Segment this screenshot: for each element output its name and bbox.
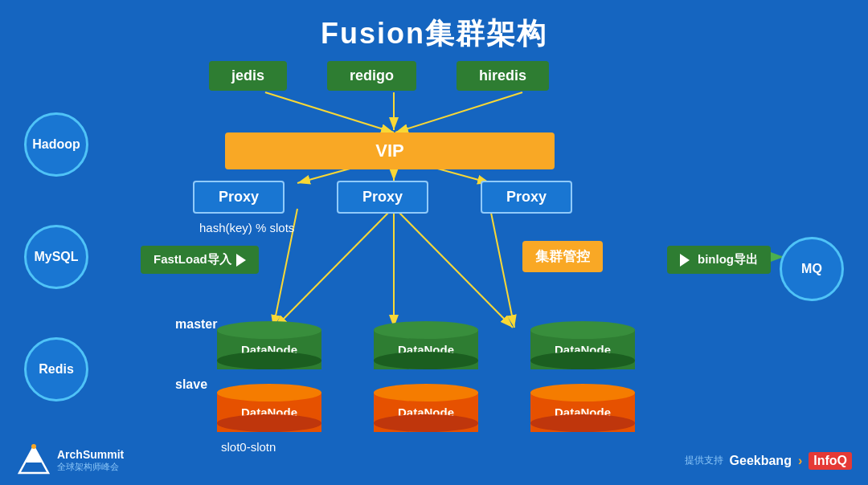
arch-summit-icon bbox=[16, 442, 52, 479]
proxy-box-1: Proxy bbox=[193, 181, 285, 214]
datanode-slave-group: DataNode DataNode DataNode bbox=[217, 384, 635, 432]
svg-point-18 bbox=[31, 444, 36, 449]
svg-line-12 bbox=[395, 209, 513, 328]
svg-line-3 bbox=[265, 92, 394, 132]
binlog-label: binlog导出 bbox=[698, 252, 758, 267]
jedis-box: jedis bbox=[209, 61, 287, 91]
arch-summit-text: ArchSummit 全球架构师峰会 bbox=[57, 448, 124, 473]
mq-node: MQ bbox=[780, 237, 844, 301]
hadoop-node: Hadoop bbox=[24, 112, 88, 177]
datanode-master-3: DataNode bbox=[530, 321, 635, 369]
fastload-label: FastLoad导入 bbox=[154, 252, 231, 267]
hiredis-box: hiredis bbox=[457, 61, 549, 91]
redis-node: Redis bbox=[24, 337, 88, 401]
vip-bar: VIP bbox=[193, 132, 587, 169]
datanode-master-1: DataNode bbox=[217, 321, 321, 369]
cluster-ctrl: 集群管控 bbox=[522, 241, 603, 272]
left-node-group: Hadoop MySQL Redis bbox=[24, 112, 88, 401]
mysql-node: MySQL bbox=[24, 225, 88, 289]
page-title: Fusion集群架构 bbox=[0, 0, 868, 54]
proxy-group: Proxy Proxy Proxy bbox=[193, 181, 572, 214]
arch-summit-logo: ArchSummit 全球架构师峰会 bbox=[16, 442, 124, 479]
geekbang-logo: Geekbang bbox=[730, 454, 792, 468]
datanode-slave-1: DataNode bbox=[217, 384, 321, 432]
mq-label: MQ bbox=[780, 237, 844, 301]
master-label: master bbox=[175, 317, 217, 332]
bottom-bar: ArchSummit 全球架构师峰会 提供支持 Geekbang› InfoQ bbox=[0, 442, 868, 479]
fastload-arrow-icon bbox=[236, 254, 246, 267]
powered-by-text: 提供支持 bbox=[685, 454, 723, 467]
binlog-button: binlog导出 bbox=[667, 246, 771, 274]
svg-line-5 bbox=[395, 92, 522, 132]
hash-label: hash(key) % slots bbox=[199, 221, 294, 234]
right-logos: 提供支持 Geekbang› InfoQ bbox=[685, 452, 852, 470]
fastload-button: FastLoad导入 bbox=[141, 246, 259, 274]
slave-label: slave bbox=[175, 377, 207, 392]
datanode-slave-2: DataNode bbox=[374, 384, 478, 432]
infoq-logo: InfoQ bbox=[809, 452, 852, 470]
datanode-master-2: DataNode bbox=[374, 321, 478, 369]
datanode-master-group: DataNode DataNode DataNode bbox=[217, 321, 635, 369]
proxy-box-2: Proxy bbox=[337, 181, 428, 214]
proxy-box-3: Proxy bbox=[481, 181, 572, 214]
datanode-slave-3: DataNode bbox=[530, 384, 635, 432]
client-group: jedis redigo hiredis bbox=[209, 61, 549, 91]
binlog-arrow-icon bbox=[680, 254, 690, 267]
redigo-box: redigo bbox=[327, 61, 416, 91]
svg-line-13 bbox=[490, 209, 514, 328]
